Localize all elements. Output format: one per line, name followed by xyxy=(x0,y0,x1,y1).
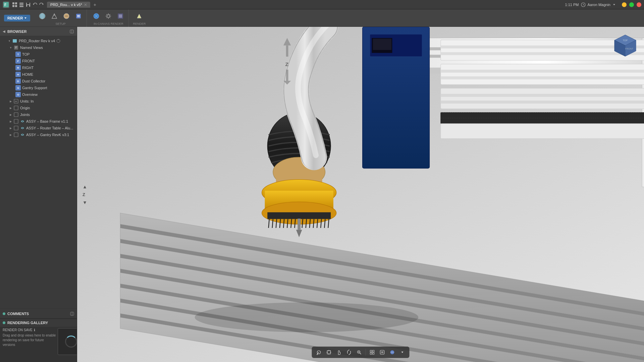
render-on-save-info-icon[interactable]: ℹ xyxy=(34,328,35,332)
render-menu-button[interactable]: RENDER xyxy=(4,15,30,21)
tree-units[interactable]: ▶ in Units: In xyxy=(0,98,77,105)
toolbar: RENDER xyxy=(0,9,644,27)
render-on-save-section: RENDER ON SAVE ℹ Drag and drop views her… xyxy=(3,328,56,361)
tab-close-icon[interactable] xyxy=(84,3,87,6)
z-down-arrow[interactable]: ▼ xyxy=(83,200,87,205)
tree-view-gantry[interactable]: G Gantry Support xyxy=(0,84,77,91)
browser-tree: ▼ PRD_Router Rev k v4 ▼ Named Views T TO… xyxy=(0,36,77,308)
tree-named-views[interactable]: ▼ Named Views xyxy=(0,44,77,51)
in-canvas-render-label: IN-CANVAS RENDER xyxy=(94,22,123,25)
vp-dropdown-button[interactable] xyxy=(398,348,407,357)
tree-root[interactable]: ▼ PRD_Router Rev k v4 xyxy=(0,38,77,44)
origin-expand-icon[interactable]: ▶ xyxy=(9,106,13,110)
root-expand-icon[interactable]: ▼ xyxy=(7,39,11,43)
undo-icon[interactable] xyxy=(32,2,38,7)
tree-view-home[interactable]: H HOME xyxy=(0,71,77,78)
texture-icon xyxy=(62,12,70,20)
root-refresh-icon[interactable] xyxy=(56,39,60,43)
svg-rect-97 xyxy=(441,94,644,97)
svg-rect-5 xyxy=(15,5,17,7)
ray-trace-button[interactable] xyxy=(91,11,102,21)
viewport[interactable]: PRD Router xyxy=(77,27,644,362)
z-axis-label: Z xyxy=(83,192,87,197)
render-final-button[interactable] xyxy=(134,11,145,21)
minimize-button[interactable] xyxy=(622,2,627,7)
view-home-label: HOME xyxy=(22,72,33,76)
tree-joints[interactable]: ▶ Joints xyxy=(0,111,77,118)
settings-button[interactable] xyxy=(103,11,114,21)
named-views-expand-icon[interactable]: ▼ xyxy=(9,46,13,50)
vp-grid-button[interactable] xyxy=(368,348,377,357)
close-button[interactable] xyxy=(637,2,641,7)
tree-assy-table[interactable]: ▶ ASSY – Router Table – Alu... xyxy=(0,125,77,131)
svg-text:Z: Z xyxy=(285,61,289,67)
new-tab-button[interactable]: + xyxy=(92,1,98,8)
z-up-arrow[interactable]: ▲ xyxy=(83,184,87,189)
vp-shading-button[interactable] xyxy=(388,348,397,357)
render-on-save-label: RENDER ON SAVE ℹ xyxy=(3,328,56,332)
material-button[interactable] xyxy=(37,11,48,21)
tree-view-right[interactable]: R RIGHT xyxy=(0,64,77,71)
tree-assy-base[interactable]: ▶ ASSY – Base Frame v1:1 xyxy=(0,118,77,125)
scene-settings-button[interactable] xyxy=(49,11,60,21)
view-icon-front: F xyxy=(15,58,21,64)
joints-icon xyxy=(13,112,19,117)
vp-pan-button[interactable] xyxy=(325,348,333,357)
svg-rect-65 xyxy=(267,212,331,219)
vp-zoom-button[interactable] xyxy=(355,348,364,357)
tree-view-top[interactable]: T TOP xyxy=(0,51,77,58)
tree-view-front[interactable]: F FRONT xyxy=(0,58,77,64)
assy-base-expand-icon[interactable]: ▶ xyxy=(9,119,13,123)
view-icon-gantry: G xyxy=(15,85,21,90)
render-dropdown-icon xyxy=(24,17,27,19)
redo-icon[interactable] xyxy=(39,2,44,7)
svg-rect-83 xyxy=(298,219,301,230)
active-tab[interactable]: PRD_Rou... v k v5* xyxy=(47,2,90,8)
svg-rect-43 xyxy=(14,133,18,137)
svg-rect-120 xyxy=(381,351,383,353)
user-info: 1:11 PM Aaron Magnin xyxy=(565,2,641,7)
save-icon[interactable] xyxy=(25,2,31,7)
svg-point-101 xyxy=(195,302,419,332)
texture-button[interactable] xyxy=(61,11,72,21)
svg-marker-17 xyxy=(613,4,615,5)
vp-hand-button[interactable] xyxy=(335,348,343,357)
title-bar: F PRD_Rou... v k v5* + 1:11 PM Aaron Mag… xyxy=(0,0,644,9)
tree-assy-gantry[interactable]: ▶ ASSY – Gantry RevK v3:1 xyxy=(0,131,77,138)
scene-canvas: PRD Router xyxy=(77,27,644,362)
dropdown-icon[interactable] xyxy=(612,3,616,6)
browser-collapse-icon[interactable]: ◀ xyxy=(3,29,5,33)
assy-table-expand-icon[interactable]: ▶ xyxy=(9,126,13,130)
viewport-toolbar xyxy=(312,347,410,358)
tree-view-overview[interactable]: O Overview xyxy=(0,91,77,98)
vp-display-button[interactable] xyxy=(378,348,387,357)
export-button[interactable] xyxy=(73,11,84,21)
comments-pin-icon[interactable] xyxy=(70,312,74,316)
grid-icon[interactable] xyxy=(12,2,17,7)
layers-icon[interactable] xyxy=(19,2,24,7)
svg-rect-11 xyxy=(27,3,30,4)
gallery-spinner-thumb[interactable]: v5 xyxy=(58,328,77,355)
view-top-label: TOP xyxy=(22,52,30,56)
assy-gantry-expand-icon[interactable]: ▶ xyxy=(9,133,13,137)
app-icon: F xyxy=(3,1,9,8)
tree-origin[interactable]: ▶ Origin xyxy=(0,105,77,111)
gallery-dot xyxy=(3,321,5,324)
svg-rect-95 xyxy=(441,76,644,79)
view-cube[interactable]: FRONT TOP xyxy=(612,32,639,59)
svg-line-112 xyxy=(360,353,361,354)
svg-rect-94 xyxy=(441,70,644,73)
units-expand-icon[interactable]: ▶ xyxy=(9,99,13,103)
post-process-button[interactable] xyxy=(115,11,126,21)
vp-rotate-button[interactable] xyxy=(345,348,354,357)
browser-pin-icon[interactable] xyxy=(69,29,74,34)
svg-text:in: in xyxy=(15,100,17,103)
vp-orbit-button[interactable] xyxy=(315,348,323,357)
rendering-gallery: RENDERING GALLERY RENDER ON SAVE ℹ Drag … xyxy=(0,318,77,362)
scene-settings-icon xyxy=(50,12,58,20)
maximize-button[interactable] xyxy=(629,2,634,7)
joints-expand-icon[interactable]: ▶ xyxy=(9,113,13,117)
tree-view-dust-collector[interactable]: D Dust Collector xyxy=(0,78,77,84)
svg-rect-115 xyxy=(370,350,372,352)
assy-table-link-icon xyxy=(20,126,25,130)
